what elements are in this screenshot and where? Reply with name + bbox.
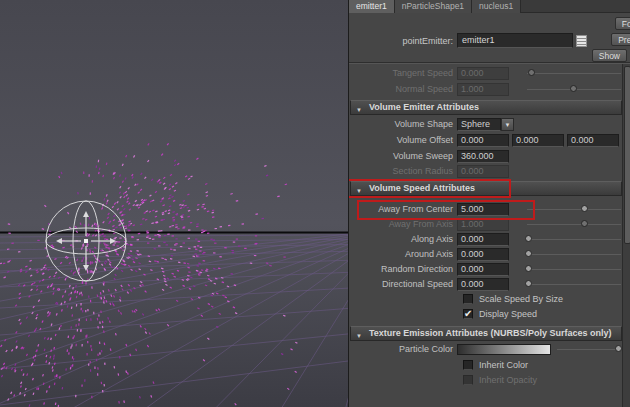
- along-axis-field[interactable]: 0.000: [457, 233, 509, 246]
- section-divider: [349, 62, 630, 64]
- volume-sweep-field[interactable]: 360.000: [457, 150, 509, 163]
- tangent-speed-label: Tangent Speed: [349, 67, 453, 80]
- checkbox-display-speed[interactable]: ✔: [463, 309, 473, 319]
- normal-speed-label: Normal Speed: [349, 83, 453, 96]
- slider-handle[interactable]: [528, 69, 535, 76]
- along-axis-slider[interactable]: [527, 239, 621, 240]
- row-volume-sweep: Volume Sweep 360.000: [349, 150, 622, 163]
- inherit-opacity-label: Inherit Opacity: [479, 374, 537, 387]
- particle-color-slider[interactable]: [557, 349, 621, 350]
- scale-speed-by-size-label: Scale Speed By Size: [479, 293, 563, 306]
- focus-button[interactable]: Focus: [615, 17, 630, 30]
- away-from-center-label: Away From Center: [349, 203, 453, 216]
- checkbox-inherit-color[interactable]: ✔: [463, 360, 473, 370]
- particle-color-ramp[interactable]: [457, 344, 551, 355]
- row-volume-offset: Volume Offset 0.000 0.000 0.000: [349, 134, 622, 147]
- section-title: Volume Speed Attributes: [369, 183, 475, 193]
- attribute-editor: emitter1 nParticleShape1 nucleus1 Focus …: [348, 0, 630, 407]
- row-around-axis: Around Axis 0.000: [349, 248, 622, 261]
- away-from-center-field[interactable]: 5.000: [457, 203, 509, 216]
- along-axis-label: Along Axis: [349, 233, 453, 246]
- section-header-volume-speed-attributes[interactable]: ▼ Volume Speed Attributes: [350, 181, 622, 196]
- away-from-center-slider[interactable]: [527, 209, 621, 210]
- row-normal-speed: Normal Speed 1.000: [349, 83, 622, 96]
- particle-color-label: Particle Color: [349, 343, 453, 356]
- normal-speed-field[interactable]: 1.000: [457, 83, 509, 96]
- notes-page-icon[interactable]: [576, 35, 587, 47]
- scrollbar-thumb[interactable]: [624, 66, 630, 244]
- viewport-3d[interactable]: [0, 0, 348, 407]
- away-from-axis-field[interactable]: 1.000: [457, 218, 509, 231]
- tangent-speed-field[interactable]: 0.000: [457, 67, 509, 80]
- slider-handle[interactable]: [581, 205, 588, 212]
- slider-handle[interactable]: [581, 220, 588, 227]
- slider-handle[interactable]: [570, 85, 577, 92]
- row-scale-speed-by-size: ✔ Scale Speed By Size: [349, 293, 622, 306]
- section-title: Volume Emitter Attributes: [369, 102, 479, 112]
- tab-nparticleshape1[interactable]: nParticleShape1: [395, 0, 472, 13]
- show-button[interactable]: Show: [592, 49, 627, 62]
- row-along-axis: Along Axis 0.000: [349, 233, 622, 246]
- row-random-direction: Random Direction 0.000: [349, 263, 622, 276]
- checkbox-inherit-opacity[interactable]: ✔: [463, 375, 473, 385]
- row-tangent-speed: Tangent Speed 0.000: [349, 67, 622, 80]
- particle-cloud: [0, 143, 297, 407]
- away-from-axis-slider[interactable]: [527, 224, 621, 225]
- section-header-texture-emission-attributes[interactable]: ▼ Texture Emission Attributes (NURBS/Pol…: [350, 326, 622, 341]
- scrollbar[interactable]: [622, 64, 630, 407]
- section-radius-label: Section Radius: [349, 165, 453, 178]
- slider-handle[interactable]: [525, 250, 532, 257]
- around-axis-field[interactable]: 0.000: [457, 248, 509, 261]
- directional-speed-field[interactable]: 0.000: [457, 278, 509, 291]
- maya-window: emitter1 nParticleShape1 nucleus1 Focus …: [0, 0, 630, 407]
- row-away-from-center: Away From Center 5.000: [349, 203, 622, 216]
- random-direction-field[interactable]: 0.000: [457, 263, 509, 276]
- collapse-triangle-icon: ▼: [356, 330, 362, 341]
- row-volume-shape: Volume Shape Sphere ▼: [349, 118, 622, 131]
- around-axis-label: Around Axis: [349, 248, 453, 261]
- slider-handle[interactable]: [525, 235, 532, 242]
- row-display-speed: ✔ Display Speed: [349, 308, 622, 321]
- section-radius-field[interactable]: 0.000: [457, 165, 509, 178]
- volume-shape-dropdown[interactable]: Sphere: [457, 118, 501, 131]
- row-particle-color: Particle Color: [349, 343, 622, 356]
- section-title: Texture Emission Attributes (NURBS/Poly …: [369, 328, 612, 338]
- tangent-speed-slider[interactable]: [527, 73, 621, 74]
- normal-speed-slider[interactable]: [527, 89, 621, 90]
- ground-grid: [0, 229, 348, 407]
- directional-speed-label: Directional Speed: [349, 278, 453, 291]
- volume-offset-y-field[interactable]: 0.000: [512, 134, 564, 147]
- collapse-triangle-icon: ▼: [356, 185, 362, 196]
- checkbox-scale-speed-by-size[interactable]: ✔: [463, 294, 473, 304]
- check-icon: ✔: [464, 307, 472, 320]
- slider-handle[interactable]: [525, 280, 532, 287]
- volume-emitter-manipulator[interactable]: [46, 201, 126, 281]
- point-emitter-label: pointEmitter:: [349, 36, 453, 46]
- row-section-radius: Section Radius 0.000: [349, 165, 622, 178]
- collapse-triangle-icon: ▼: [356, 104, 362, 115]
- inherit-color-label: Inherit Color: [479, 359, 528, 372]
- volume-sweep-label: Volume Sweep: [349, 150, 453, 163]
- presets-button[interactable]: Presets: [611, 33, 630, 46]
- dropdown-arrow-icon[interactable]: ▼: [501, 118, 514, 131]
- random-direction-label: Random Direction: [349, 263, 453, 276]
- slider-handle[interactable]: [525, 265, 532, 272]
- around-axis-slider[interactable]: [527, 254, 621, 255]
- row-inherit-opacity: ✔ Inherit Opacity: [349, 374, 622, 387]
- volume-offset-x-field[interactable]: 0.000: [457, 134, 509, 147]
- tab-nucleus1[interactable]: nucleus1: [472, 0, 521, 13]
- random-direction-slider[interactable]: [527, 269, 621, 270]
- tab-emitter1[interactable]: emitter1: [349, 0, 395, 13]
- attribute-editor-tabbar: emitter1 nParticleShape1 nucleus1: [349, 0, 630, 13]
- volume-offset-z-field[interactable]: 0.000: [567, 134, 619, 147]
- row-away-from-axis: Away From Axis 1.000: [349, 218, 622, 231]
- section-header-volume-emitter-attributes[interactable]: ▼ Volume Emitter Attributes: [350, 100, 622, 115]
- point-emitter-name-field[interactable]: emitter1: [457, 33, 573, 48]
- volume-offset-label: Volume Offset: [349, 134, 453, 147]
- volume-shape-label: Volume Shape: [349, 118, 453, 131]
- away-from-axis-label: Away From Axis: [349, 218, 453, 231]
- row-directional-speed: Directional Speed 0.000: [349, 278, 622, 291]
- display-speed-label: Display Speed: [479, 308, 537, 321]
- row-inherit-color: ✔ Inherit Color: [349, 359, 622, 372]
- directional-speed-slider[interactable]: [527, 284, 621, 285]
